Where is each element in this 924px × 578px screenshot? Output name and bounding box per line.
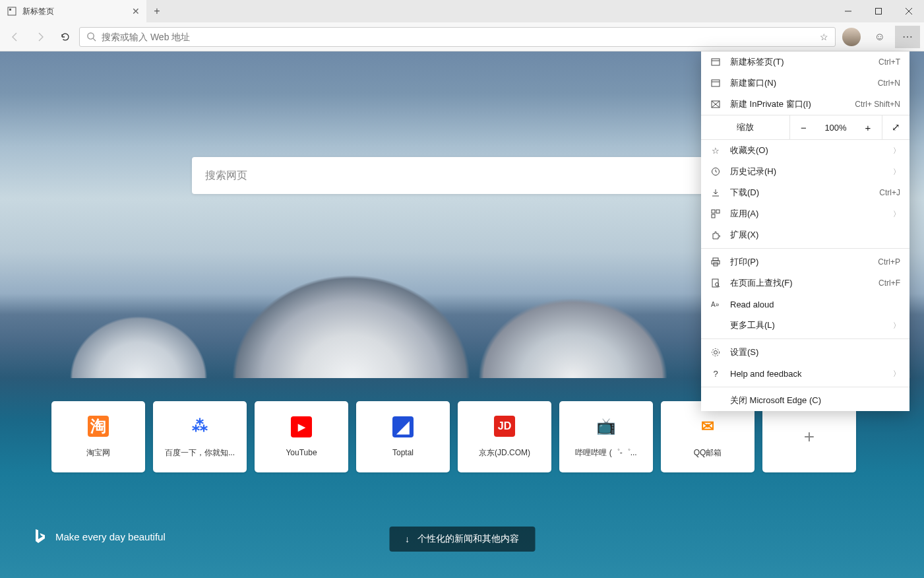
- zoom-label: 缩放: [701, 121, 789, 133]
- tile-icon: 淘: [88, 416, 109, 437]
- menu-shortcut: Ctrl+F: [878, 278, 900, 288]
- bing-attribution[interactable]: Make every day beautiful: [33, 528, 166, 545]
- svg-point-6: [88, 33, 94, 39]
- menu-label: 在页面上查找(F): [730, 277, 869, 289]
- tab-close-icon[interactable]: ✕: [132, 6, 140, 16]
- settings-menu: 新建标签页(T) Ctrl+T 新建窗口(N) Ctrl+N 新建 InPriv…: [701, 51, 909, 411]
- help-icon: ?: [710, 369, 721, 379]
- close-window-button[interactable]: [894, 0, 924, 22]
- window-controls: [833, 0, 924, 22]
- menu-shortcut: Ctrl+P: [878, 257, 900, 267]
- menu-label: 新建 InPrivate 窗口(I): [730, 98, 846, 110]
- download-icon: [710, 188, 721, 197]
- down-arrow-icon: ↓: [405, 534, 410, 544]
- page-search-box[interactable]: 搜索网页: [192, 157, 733, 194]
- menu-read-aloud[interactable]: A» Read aloud: [701, 294, 909, 315]
- tile-icon: 📺: [596, 416, 617, 437]
- tile-label: 淘宝网: [82, 447, 114, 459]
- tab-favicon: [7, 6, 17, 16]
- menu-extensions[interactable]: 扩展(X): [701, 224, 909, 245]
- menu-new-tab[interactable]: 新建标签页(T) Ctrl+T: [701, 51, 909, 73]
- feedback-icon[interactable]: ☺: [867, 26, 892, 48]
- titlebar: 新标签页 ✕ +: [0, 0, 924, 22]
- read-aloud-icon: A»: [710, 300, 721, 309]
- tile-icon: JD: [494, 416, 515, 437]
- tile-youtube[interactable]: ▶ YouTube: [255, 401, 348, 472]
- menu-settings[interactable]: 设置(S): [701, 342, 909, 363]
- menu-label: Read aloud: [730, 300, 900, 309]
- menu-print[interactable]: 打印(P) Ctrl+P: [701, 251, 909, 273]
- address-bar[interactable]: ☆: [79, 27, 836, 47]
- refresh-button[interactable]: [54, 26, 77, 48]
- plus-icon: +: [804, 426, 815, 447]
- back-button[interactable]: [4, 26, 26, 48]
- tile-qqmail[interactable]: ✉ QQ邮箱: [661, 401, 755, 472]
- history-icon: [710, 167, 721, 176]
- menu-new-inprivate[interactable]: 新建 InPrivate 窗口(I) Ctrl+ Shift+N: [701, 94, 909, 115]
- chevron-right-icon: 〉: [893, 209, 900, 219]
- menu-label: 历史记录(H): [730, 166, 884, 177]
- search-icon: [86, 32, 96, 42]
- tile-bilibili[interactable]: 📺 哔哩哔哩 (゜-゜...: [559, 401, 653, 472]
- more-menu-button[interactable]: ⋯: [895, 26, 920, 48]
- menu-close-edge[interactable]: 关闭 Microsoft Edge (C): [701, 390, 909, 411]
- browser-tab[interactable]: 新标签页 ✕: [0, 0, 146, 22]
- svg-rect-10: [712, 80, 720, 86]
- menu-help[interactable]: ? Help and feedback 〉: [701, 363, 909, 384]
- tile-label: Toptal: [388, 448, 417, 457]
- news-button-label: 个性化的新闻和其他内容: [417, 533, 519, 545]
- svg-rect-15: [716, 210, 720, 213]
- window-icon: [710, 79, 721, 88]
- tile-taobao[interactable]: 淘 淘宝网: [51, 401, 145, 472]
- menu-more-tools[interactable]: 更多工具(L) 〉: [701, 315, 909, 336]
- find-icon: [710, 278, 721, 288]
- profile-avatar[interactable]: [842, 28, 861, 46]
- menu-zoom: 缩放 − 100% + ⤢: [701, 115, 909, 140]
- svg-point-25: [712, 349, 720, 356]
- svg-rect-14: [712, 210, 715, 213]
- menu-label: 应用(A): [730, 208, 884, 220]
- tile-add[interactable]: +: [762, 401, 856, 472]
- svg-rect-3: [876, 9, 882, 15]
- menu-history[interactable]: 历史记录(H) 〉: [701, 161, 909, 182]
- svg-rect-1: [9, 9, 11, 11]
- chevron-right-icon: 〉: [893, 146, 900, 156]
- menu-label: 新建窗口(N): [730, 77, 869, 89]
- menu-find[interactable]: 在页面上查找(F) Ctrl+F: [701, 273, 909, 294]
- tab-title: 新标签页: [22, 6, 127, 17]
- tile-label: YouTube: [282, 448, 321, 457]
- gear-icon: [710, 348, 721, 357]
- zoom-in-button[interactable]: +: [854, 115, 882, 139]
- zoom-out-button[interactable]: −: [789, 115, 817, 139]
- minimize-button[interactable]: [833, 0, 863, 22]
- search-placeholder: 搜索网页: [205, 169, 247, 183]
- extensions-icon: [710, 230, 721, 240]
- menu-apps[interactable]: 应用(A) 〉: [701, 203, 909, 224]
- menu-label: 打印(P): [730, 256, 869, 268]
- menu-new-window[interactable]: 新建窗口(N) Ctrl+N: [701, 73, 909, 94]
- forward-button[interactable]: [29, 26, 51, 48]
- quick-links: 淘 淘宝网 ⁂ 百度一下，你就知... ▶ YouTube ◢ Toptal J…: [51, 401, 873, 472]
- menu-shortcut: Ctrl+J: [879, 188, 900, 197]
- svg-rect-16: [712, 214, 715, 218]
- favorite-star-icon[interactable]: ☆: [820, 32, 828, 42]
- svg-line-7: [93, 38, 96, 41]
- address-input[interactable]: [102, 32, 815, 42]
- menu-downloads[interactable]: 下载(D) Ctrl+J: [701, 182, 909, 203]
- new-tab-button[interactable]: +: [146, 0, 168, 22]
- menu-label: 设置(S): [730, 346, 900, 358]
- personalized-news-button[interactable]: ↓ 个性化的新闻和其他内容: [389, 527, 535, 552]
- maximize-button[interactable]: [863, 0, 894, 22]
- bing-tagline: Make every day beautiful: [55, 531, 166, 542]
- svg-rect-0: [8, 7, 16, 15]
- tile-jd[interactable]: JD 京东(JD.COM): [458, 401, 551, 472]
- menu-shortcut: Ctrl+ Shift+N: [855, 100, 900, 109]
- svg-rect-17: [713, 258, 718, 261]
- menu-label: 更多工具(L): [730, 319, 884, 331]
- menu-favorites[interactable]: ☆ 收藏夹(O) 〉: [701, 140, 909, 161]
- chevron-right-icon: 〉: [893, 167, 900, 177]
- tile-baidu[interactable]: ⁂ 百度一下，你就知...: [153, 401, 247, 472]
- tile-toptal[interactable]: ◢ Toptal: [356, 401, 450, 472]
- menu-label: 扩展(X): [730, 229, 900, 241]
- fullscreen-button[interactable]: ⤢: [882, 115, 909, 139]
